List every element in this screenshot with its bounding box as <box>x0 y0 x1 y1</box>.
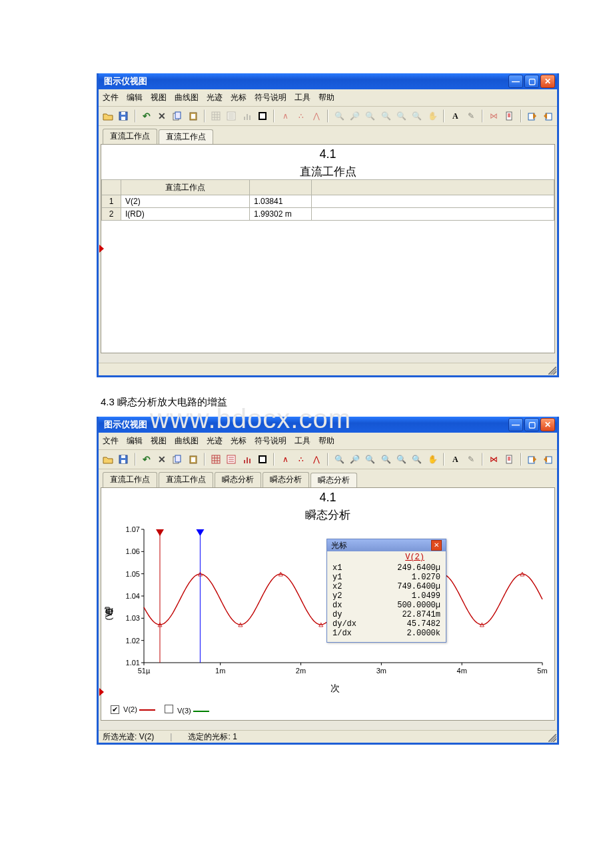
zoom-y-icon[interactable]: 🔍 <box>394 452 408 467</box>
zoom-in-icon[interactable]: 🔍 <box>332 452 346 467</box>
legend-checkbox[interactable]: ✔ <box>111 705 119 714</box>
menu-view[interactable]: 视图 <box>151 92 167 103</box>
menu-tools[interactable]: 工具 <box>295 435 310 447</box>
paste-icon[interactable] <box>187 452 200 467</box>
tab-dc-2[interactable]: 直流工作点 <box>159 129 213 145</box>
chart-heading: 4.1 <box>101 145 554 161</box>
menubar: 文件 编辑 视图 曲线图 光迹 光标 符号说明 工具 帮助 <box>99 433 557 450</box>
open-icon[interactable] <box>101 109 115 123</box>
menu-trace[interactable]: 光迹 <box>207 435 223 447</box>
minimize-button[interactable]: — <box>508 75 523 88</box>
maximize-button[interactable]: ▢ <box>524 418 539 431</box>
svg-text:1.06: 1.06 <box>126 547 140 555</box>
export-data-icon[interactable] <box>502 109 516 123</box>
blackbg-icon[interactable] <box>256 452 269 467</box>
grid-icon[interactable] <box>209 452 223 467</box>
save-icon[interactable] <box>117 452 130 467</box>
delete-icon[interactable]: ✕ <box>155 109 169 123</box>
save-icon[interactable] <box>117 109 130 123</box>
cursor-panel-close-button[interactable]: ✕ <box>431 540 442 551</box>
paste-icon[interactable] <box>187 109 200 123</box>
cursor-dots-icon[interactable]: ∴ <box>294 452 307 467</box>
tab-dc-2[interactable]: 直流工作点 <box>159 472 213 487</box>
import-icon[interactable] <box>541 452 554 467</box>
menubar: 文件 编辑 视图 曲线图 光迹 光标 符号说明 工具 帮助 <box>99 89 557 107</box>
menu-legend[interactable]: 符号说明 <box>255 435 287 447</box>
list-icon[interactable] <box>225 452 238 467</box>
menu-edit[interactable]: 编辑 <box>127 92 143 103</box>
close-button[interactable]: ✕ <box>540 75 555 88</box>
resize-grip-icon[interactable] <box>548 367 556 375</box>
dual-cursor-icon: ⋈ <box>487 109 500 123</box>
table-row[interactable]: 1 V(2) 1.03841 <box>102 195 554 208</box>
menu-plot[interactable]: 曲线图 <box>175 435 199 447</box>
menu-plot[interactable]: 曲线图 <box>175 92 199 103</box>
dual-cursor-icon[interactable]: ⋈ <box>487 452 500 467</box>
window-title: 图示仪视图 <box>104 75 147 87</box>
menu-view[interactable]: 视图 <box>151 435 167 447</box>
toolbar: ↶ ✕ ∧ ∴ ⋀ 🔍 🔎 🔍 🔍 🔍 🔍 ✋ A ✎ ⋈ <box>99 450 557 469</box>
minimize-button[interactable]: — <box>508 418 523 431</box>
open-icon[interactable] <box>101 452 115 467</box>
menu-trace[interactable]: 光迹 <box>207 92 223 103</box>
pan-icon[interactable]: ✋ <box>426 452 439 467</box>
copy-icon[interactable] <box>171 452 184 467</box>
cursor-panel[interactable]: 光标 ✕ V(2) x1249.6400µ y11.0270 x2749.640… <box>326 539 446 643</box>
tab-dc-1[interactable]: 直流工作点 <box>103 129 157 144</box>
separator <box>204 453 205 466</box>
menu-tools[interactable]: 工具 <box>295 92 310 103</box>
close-button[interactable]: ✕ <box>540 418 555 431</box>
zoom-fit-icon: 🔍 <box>364 109 377 123</box>
legend-checkbox[interactable] <box>165 705 173 713</box>
tab-tran-1[interactable]: 瞬态分析 <box>215 472 261 487</box>
text-icon[interactable]: A <box>448 109 462 123</box>
menu-help[interactable]: 帮助 <box>318 435 334 447</box>
separator <box>443 109 444 123</box>
barchart-icon[interactable] <box>241 452 254 467</box>
menu-cursor[interactable]: 光标 <box>231 435 247 447</box>
menu-legend[interactable]: 符号说明 <box>255 92 287 103</box>
export-icon[interactable] <box>526 109 539 123</box>
dc-results-table: 直流工作点 1 V(2) 1.03841 2 I(RD) 1.99302 m <box>101 179 554 221</box>
cursor-1-icon[interactable]: ∧ <box>279 452 292 467</box>
grid-icon <box>209 109 223 123</box>
menu-file[interactable]: 文件 <box>103 435 119 447</box>
legend-item[interactable]: ✔ V(2) <box>111 705 155 714</box>
menu-edit[interactable]: 编辑 <box>127 435 143 447</box>
text-icon[interactable]: A <box>448 452 462 467</box>
tab-tran-2[interactable]: 瞬态分析 <box>263 472 309 487</box>
zoom-area-icon[interactable]: 🔍 <box>410 452 424 467</box>
export-data-icon[interactable] <box>502 452 516 467</box>
export-icon[interactable] <box>526 452 539 467</box>
menu-cursor[interactable]: 光标 <box>231 92 247 103</box>
zoom-fit-icon[interactable]: 🔍 <box>364 452 377 467</box>
col-header-name: 直流工作点 <box>121 180 250 195</box>
menu-file[interactable]: 文件 <box>103 92 119 103</box>
row-index: 1 <box>102 195 121 208</box>
undo-icon[interactable]: ↶ <box>140 109 153 123</box>
undo-icon[interactable]: ↶ <box>140 452 153 467</box>
zoom-x-icon: 🔍 <box>379 109 392 123</box>
delete-icon[interactable]: ✕ <box>155 452 169 467</box>
tab-tran-3[interactable]: 瞬态分析 <box>310 473 357 488</box>
zoom-x-icon[interactable]: 🔍 <box>379 452 392 467</box>
zoom-out-icon[interactable]: 🔎 <box>348 452 361 467</box>
titlebar[interactable]: 图示仪视图 — ▢ ✕ <box>99 73 557 89</box>
svg-rect-26 <box>244 460 245 463</box>
table-row[interactable]: 2 I(RD) 1.99302 m <box>102 208 554 221</box>
menu-help[interactable]: 帮助 <box>318 92 334 103</box>
barchart-icon <box>241 109 254 123</box>
copy-icon[interactable] <box>171 109 184 123</box>
import-icon[interactable] <box>541 109 554 123</box>
svg-rect-14 <box>506 112 512 120</box>
svg-text:2m: 2m <box>296 667 306 675</box>
cursor-peak-icon[interactable]: ⋀ <box>310 452 323 467</box>
svg-rect-13 <box>260 113 265 119</box>
legend-item[interactable]: V(3) <box>165 705 209 715</box>
resize-grip-icon[interactable] <box>548 734 556 742</box>
separator <box>443 453 444 466</box>
tab-dc-1[interactable]: 直流工作点 <box>103 472 157 487</box>
chart-subtitle: 瞬态分析 <box>101 505 554 523</box>
blackbg-icon[interactable] <box>256 109 269 123</box>
maximize-button[interactable]: ▢ <box>524 75 539 88</box>
